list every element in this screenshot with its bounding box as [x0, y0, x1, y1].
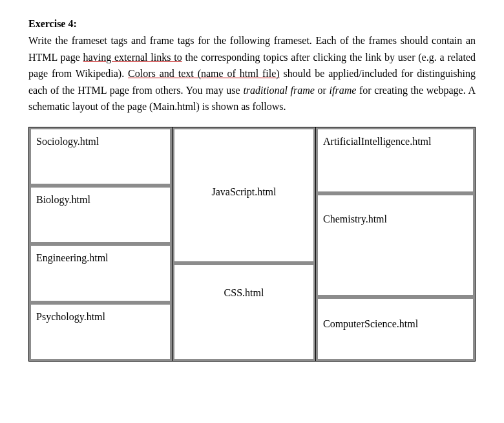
frame-label: Chemistry.html: [323, 213, 387, 225]
frame-artificial-intelligence: ArtificialIntelligence.html: [316, 127, 475, 193]
underlined-phrase-1: having external links to: [83, 52, 182, 63]
italic-phrase-2: iframe: [330, 85, 357, 96]
frame-label: ComputerScience.html: [323, 318, 418, 330]
exercise-heading: Exercise 4:: [28, 18, 476, 30]
frame-label: Engineering.html: [36, 252, 109, 264]
frame-engineering: Engineering.html: [29, 244, 172, 302]
underlined-phrase-2: Colors and text (name of html file): [128, 68, 280, 79]
frameset-layout: Sociology.html Biology.html Engineering.…: [28, 127, 476, 362]
exercise-paragraph: Write the frameset tags and frame tags f…: [28, 32, 476, 115]
frame-label: CSS.html: [224, 287, 264, 299]
para-text-4: or: [315, 85, 330, 96]
frameset-column-1: Sociology.html Biology.html Engineering.…: [29, 127, 173, 361]
frame-biology: Biology.html: [29, 186, 172, 244]
frame-computer-science: ComputerScience.html: [316, 297, 475, 361]
frame-label: ArtificialIntelligence.html: [323, 136, 432, 147]
frame-psychology: Psychology.html: [29, 303, 172, 361]
frameset-column-2: JavaScript.html CSS.html: [173, 127, 316, 361]
frame-javascript: JavaScript.html: [173, 127, 315, 263]
frame-sociology: Sociology.html: [29, 127, 172, 186]
frame-label: Psychology.html: [36, 311, 105, 323]
frame-label: Sociology.html: [36, 136, 99, 147]
frame-css: CSS.html: [173, 263, 315, 361]
frameset-column-3: ArtificialIntelligence.html Chemistry.ht…: [316, 127, 475, 361]
frame-chemistry: Chemistry.html: [316, 193, 475, 297]
frame-label: Biology.html: [36, 194, 90, 206]
italic-phrase-1: traditional frame: [243, 85, 314, 96]
frame-label: JavaScript.html: [212, 186, 277, 198]
